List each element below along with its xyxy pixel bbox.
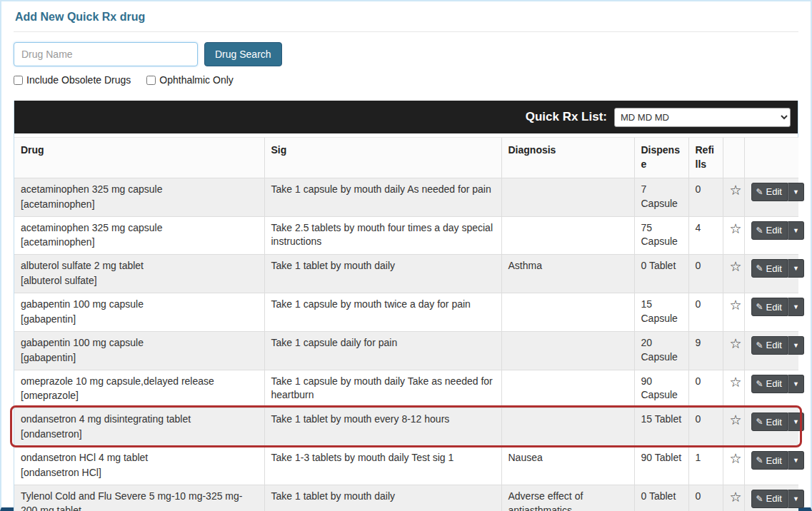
drug-search-button[interactable]: Drug Search: [204, 42, 282, 66]
edit-button-group: ✎Edit▼: [751, 221, 804, 240]
include-obsolete-drugs-checkbox[interactable]: [14, 76, 23, 85]
refills-cell: 1: [688, 447, 723, 485]
favorite-cell: ☆: [723, 178, 744, 216]
drug-name: gabapentin 100 mg capsule: [21, 298, 258, 312]
refills-cell: 0: [688, 255, 723, 293]
diagnosis-cell: [501, 178, 634, 216]
edit-button[interactable]: ✎Edit: [751, 375, 788, 393]
dispense-cell: 15 Tablet: [634, 408, 688, 447]
drug-generic-name: [ondansetron]: [21, 427, 258, 442]
favorite-star-icon[interactable]: ☆: [730, 413, 742, 429]
edit-dropdown-toggle[interactable]: ▼: [788, 221, 804, 240]
quick-rx-page: Add New Quick Rx drug Drug Search Includ…: [0, 0, 812, 511]
ophthalmic-only-label: Ophthalmic Only: [159, 74, 233, 86]
column-header-dispense: Dispense: [634, 138, 688, 178]
sig-cell: Take 1 tablet by mouth daily: [264, 485, 501, 511]
diagnosis-cell: [501, 331, 634, 370]
table-row: gabapentin 100 mg capsule[gabapentin]Tak…: [14, 293, 798, 332]
edit-button[interactable]: ✎Edit: [751, 490, 788, 508]
favorite-star-icon[interactable]: ☆: [730, 336, 742, 353]
drug-name: omeprazole 10 mg capsule,delayed release: [21, 375, 258, 389]
drug-generic-name: [acetaminophen]: [21, 236, 258, 250]
diagnosis-cell: Adverse effect of antiasthmatics: [501, 485, 634, 511]
edit-dropdown-toggle[interactable]: ▼: [788, 413, 804, 431]
provider-select[interactable]: MD MD MD: [614, 108, 791, 127]
favorite-star-icon[interactable]: ☆: [730, 298, 742, 314]
drug-cell: ondansetron HCl 4 mg tablet[ondansetron …: [14, 447, 264, 485]
drug-cell: acetaminophen 325 mg capsule[acetaminoph…: [14, 216, 264, 255]
favorite-cell: ☆: [723, 408, 744, 447]
edit-dropdown-toggle[interactable]: ▼: [788, 183, 804, 201]
favorite-cell: ☆: [723, 370, 744, 408]
diagnosis-cell: Nausea: [501, 447, 634, 485]
quick-rx-list-section: Quick Rx List: MD MD MD DrugSigDiagnosis…: [14, 101, 798, 511]
diagnosis-cell: Asthma: [501, 255, 634, 293]
page-title: Add New Quick Rx drug: [15, 11, 797, 24]
edit-button-label: Edit: [766, 340, 782, 350]
edit-button-label: Edit: [766, 225, 782, 236]
diagnosis-cell: [501, 370, 634, 408]
edit-button-label: Edit: [766, 263, 782, 274]
favorite-star-icon[interactable]: ☆: [730, 259, 742, 275]
refills-cell: 0: [688, 293, 723, 332]
include-obsolete-drugs-option[interactable]: Include Obsolete Drugs: [14, 74, 131, 86]
drug-generic-name: [albuterol sulfate]: [21, 274, 258, 288]
edit-button-group: ✎Edit▼: [751, 490, 804, 508]
drug-cell: albuterol sulfate 2 mg tablet[albuterol …: [14, 255, 264, 293]
actions-cell: ✎Edit▼: [744, 408, 798, 447]
edit-button[interactable]: ✎Edit: [751, 221, 788, 240]
quick-rx-table: DrugSigDiagnosisDispenseRefills acetamin…: [14, 137, 798, 511]
sig-cell: Take 2.5 tablets by mouth four times a d…: [264, 216, 501, 255]
edit-button-label: Edit: [766, 186, 782, 197]
edit-dropdown-toggle[interactable]: ▼: [788, 298, 804, 316]
include-obsolete-drugs-label: Include Obsolete Drugs: [26, 74, 131, 86]
edit-dropdown-toggle[interactable]: ▼: [788, 336, 804, 355]
search-options-row: Include Obsolete Drugs Ophthalmic Only: [14, 66, 798, 101]
drug-cell: gabapentin 100 mg capsule[gabapentin]: [14, 293, 264, 332]
diagnosis-cell: [501, 408, 634, 447]
favorite-star-icon[interactable]: ☆: [730, 183, 742, 199]
drug-search-row: Drug Search: [14, 32, 798, 66]
drug-generic-name: [ondansetron HCl]: [21, 466, 258, 480]
page-title-bar: Add New Quick Rx drug: [14, 1, 798, 32]
caret-down-icon: ▼: [793, 418, 799, 425]
quick-rx-table-wrap: DrugSigDiagnosisDispenseRefills acetamin…: [14, 137, 798, 511]
edit-button[interactable]: ✎Edit: [751, 259, 788, 278]
quick-rx-list-label: Quick Rx List:: [526, 110, 607, 124]
edit-dropdown-toggle[interactable]: ▼: [788, 259, 804, 278]
edit-button-group: ✎Edit▼: [751, 259, 804, 278]
edit-button[interactable]: ✎Edit: [751, 183, 788, 201]
dispense-cell: 90 Tablet: [634, 447, 688, 485]
actions-cell: ✎Edit▼: [744, 447, 798, 485]
favorite-star-icon[interactable]: ☆: [730, 451, 742, 467]
favorite-cell: ☆: [723, 293, 744, 332]
favorite-star-icon[interactable]: ☆: [730, 221, 742, 238]
quick-rx-list-bar: Quick Rx List: MD MD MD: [14, 101, 798, 133]
ophthalmic-only-checkbox[interactable]: [146, 76, 156, 85]
refills-cell: 0: [688, 178, 723, 216]
favorite-star-icon[interactable]: ☆: [730, 375, 742, 391]
refills-cell: 0: [688, 485, 723, 511]
ophthalmic-only-option[interactable]: Ophthalmic Only: [146, 74, 233, 86]
actions-cell: ✎Edit▼: [744, 178, 798, 216]
edit-button[interactable]: ✎Edit: [751, 298, 788, 316]
table-row: ondansetron 4 mg disintegrating tablet[o…: [14, 408, 798, 447]
edit-button[interactable]: ✎Edit: [751, 336, 788, 355]
refills-cell: 0: [688, 370, 723, 408]
drug-name-input[interactable]: [14, 42, 198, 66]
column-header-drug: Drug: [14, 138, 264, 178]
caret-down-icon: ▼: [793, 495, 799, 502]
favorite-cell: ☆: [723, 216, 744, 255]
edit-pencil-icon: ✎: [756, 494, 763, 504]
drug-name: albuterol sulfate 2 mg tablet: [21, 259, 258, 273]
edit-dropdown-toggle[interactable]: ▼: [788, 490, 804, 508]
favorite-star-icon[interactable]: ☆: [730, 490, 742, 506]
edit-button[interactable]: ✎Edit: [751, 413, 788, 431]
edit-dropdown-toggle[interactable]: ▼: [788, 375, 804, 393]
dispense-cell: 90 Capsule: [634, 370, 688, 408]
edit-button[interactable]: ✎Edit: [751, 451, 788, 470]
sig-cell: Take 1 tablet by mouth every 8-12 hours: [264, 408, 501, 447]
table-row: albuterol sulfate 2 mg tablet[albuterol …: [14, 255, 798, 293]
sig-cell: Take 1-3 tablets by mouth daily Test sig…: [264, 447, 501, 485]
edit-dropdown-toggle[interactable]: ▼: [788, 451, 804, 470]
